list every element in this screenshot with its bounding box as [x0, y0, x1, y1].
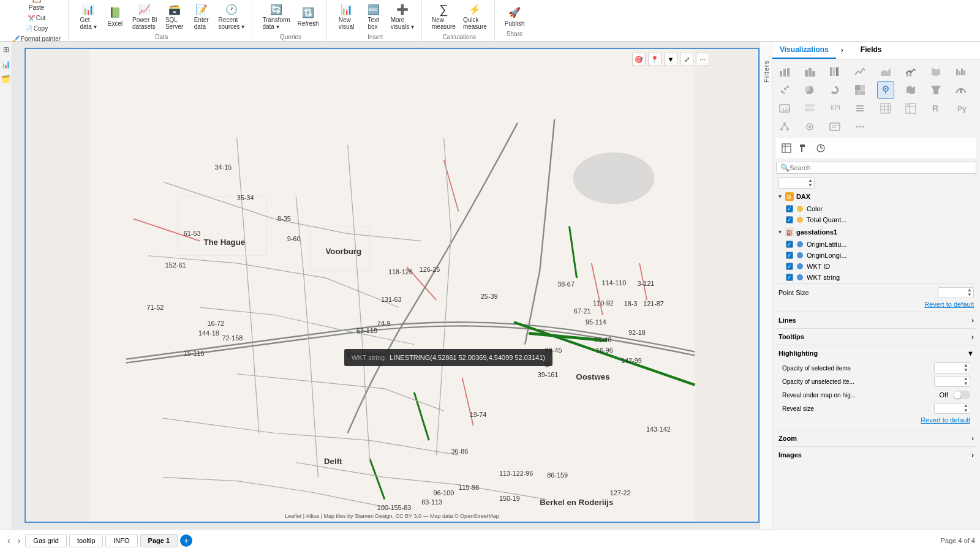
tooltips-header[interactable]: Tooltips › — [776, 331, 976, 342]
search-input[interactable] — [790, 164, 972, 171]
viz-card[interactable]: 123 — [776, 100, 793, 117]
publish-button[interactable]: 🚀 Publish — [502, 4, 527, 28]
highlighting-header[interactable]: Highlighting ▼ — [776, 348, 976, 359]
sidebar-data-icon[interactable]: 🗂️ — [1, 73, 12, 84]
viz-more[interactable] — [851, 118, 869, 135]
new-measure-button[interactable]: ∑ Newmeasure — [429, 1, 458, 31]
sidebar-pages-icon[interactable]: ⊞ — [1, 44, 12, 55]
viz-python[interactable]: Py — [952, 100, 970, 117]
page-tab-tooltip[interactable]: tooltip — [69, 534, 103, 547]
panel-expand-arrow[interactable]: › — [836, 42, 848, 59]
paste-button[interactable]: 📋 Paste — [24, 0, 49, 12]
map-focus-btn[interactable]: ⤢ — [680, 53, 693, 66]
panel-analytics-btn[interactable] — [813, 140, 829, 156]
viz-smart-narrative[interactable] — [826, 118, 843, 135]
filter-value-field[interactable]: 70 — [779, 179, 807, 187]
field-origin-lat-checkbox[interactable]: ✓ — [786, 241, 793, 248]
viz-kpi[interactable]: KPI — [826, 100, 843, 117]
reveal-size-field[interactable]: 200 — [935, 404, 962, 413]
map-visual[interactable]: 🎯 📍 ▼ ⤢ ··· — [24, 48, 760, 523]
viz-map[interactable] — [877, 81, 894, 99]
page-tab-page1[interactable]: Page 1 — [140, 534, 178, 547]
field-color[interactable]: ✓ Color — [776, 203, 976, 214]
viz-decomp[interactable] — [776, 118, 793, 135]
map-pin-btn[interactable]: 📍 — [648, 53, 662, 66]
quick-measure-button[interactable]: ⚡ Quickmeasure — [461, 1, 489, 31]
viz-r[interactable]: R — [927, 100, 944, 117]
panel-format-btn[interactable] — [796, 140, 812, 156]
revert-default-link-2[interactable]: Revert to default — [780, 415, 973, 425]
point-size-input[interactable]: 2 ▲ ▼ — [938, 287, 974, 298]
field-wkt-string[interactable]: ✓ WKT string — [776, 272, 976, 283]
viz-donut[interactable] — [826, 81, 843, 99]
viz-slicer[interactable] — [851, 100, 869, 117]
viz-waterfall[interactable] — [952, 63, 970, 80]
enter-data-button[interactable]: 📝 Enterdata — [189, 1, 214, 31]
copy-button[interactable]: 📄 Copy — [23, 24, 50, 33]
dax-section[interactable]: ▼ D DAX — [776, 190, 976, 203]
field-wkt-string-checkbox[interactable]: ✓ — [786, 274, 793, 281]
lines-header[interactable]: Lines › — [776, 315, 976, 326]
viz-scatter[interactable] — [776, 81, 793, 99]
more-visuals-button[interactable]: ➕ Morevisuals ▾ — [388, 1, 417, 31]
field-origin-long-checkbox[interactable]: ✓ — [786, 252, 793, 259]
opacity-selected-down[interactable]: ▼ — [962, 368, 970, 373]
filter-value-input[interactable]: 70 ▲ ▼ — [778, 178, 815, 189]
opacity-selected-spinner[interactable]: ▲ ▼ — [962, 363, 970, 373]
opacity-selected-input[interactable]: 100 ▲ ▼ — [934, 362, 970, 373]
images-header[interactable]: Images › — [776, 449, 976, 460]
zoom-header[interactable]: Zoom › — [776, 433, 976, 444]
opacity-unselected-field[interactable]: 20 — [935, 377, 962, 386]
viz-pie[interactable] — [801, 81, 818, 99]
page-tab-gas-grid[interactable]: Gas grid — [25, 534, 67, 547]
viz-ribbon[interactable] — [927, 63, 944, 80]
reveal-size-down[interactable]: ▼ — [962, 408, 970, 413]
map-more-btn[interactable]: ··· — [696, 53, 709, 66]
powerbi-button[interactable]: 📈 Power BIdatasets — [130, 1, 160, 31]
field-total-quant-checkbox[interactable]: ✓ — [786, 216, 793, 223]
filter-spinner[interactable]: ▲ ▼ — [807, 178, 814, 188]
opacity-unselected-spinner[interactable]: ▲ ▼ — [962, 377, 970, 386]
page-prev-btn[interactable]: ‹ — [5, 534, 13, 547]
field-origin-long[interactable]: ✓ OriginLongi... — [776, 250, 976, 261]
refresh-button[interactable]: 🔃 Refresh — [295, 4, 322, 28]
opacity-selected-field[interactable]: 100 — [935, 364, 962, 372]
text-box-button[interactable]: 🔤 Textbox — [361, 1, 386, 31]
reveal-size-input[interactable]: 200 ▲ ▼ — [934, 403, 970, 414]
get-data-button[interactable]: 📊 Getdata ▾ — [76, 1, 100, 31]
field-wkt-id[interactable]: ✓ WKT ID — [776, 261, 976, 272]
filter-down[interactable]: ▼ — [807, 183, 814, 188]
new-visual-button[interactable]: 📊 Newvisual — [334, 1, 359, 31]
field-origin-lat[interactable]: ✓ OriginLatitu... — [776, 239, 976, 250]
reveal-size-spinner[interactable]: ▲ ▼ — [962, 403, 970, 413]
page-tab-info[interactable]: INFO — [105, 534, 137, 547]
point-size-down[interactable]: ▼ — [966, 293, 973, 298]
filters-sidebar[interactable]: Filters — [760, 42, 772, 529]
viz-funnel[interactable] — [927, 81, 944, 99]
tab-visualizations[interactable]: Visualizations — [772, 42, 836, 59]
viz-line[interactable] — [851, 63, 869, 80]
panel-fields-btn[interactable] — [778, 140, 794, 156]
field-color-checkbox[interactable]: ✓ — [786, 205, 793, 212]
viz-combo[interactable] — [902, 63, 919, 80]
viz-table[interactable] — [877, 100, 894, 117]
viz-stacked-bar[interactable] — [776, 63, 793, 80]
viz-treemap[interactable] — [851, 81, 869, 99]
viz-filled-map[interactable] — [902, 81, 919, 99]
page-next-btn[interactable]: › — [15, 534, 23, 547]
tab-fields[interactable]: Fields — [853, 42, 889, 59]
excel-button[interactable]: 📗 Excel — [103, 4, 127, 28]
cut-button[interactable]: ✂️ Cut — [25, 13, 48, 23]
viz-gauge[interactable] — [952, 81, 970, 99]
reveal-map-toggle[interactable] — [953, 391, 970, 399]
sql-button[interactable]: 🗃️ SQLServer — [162, 1, 187, 31]
transform-button[interactable]: 🔄 Transformdata ▾ — [260, 1, 292, 31]
field-total-quant[interactable]: ✓ Total Quant... — [776, 214, 976, 225]
point-size-field[interactable]: 2 — [938, 288, 966, 297]
gasstations-section[interactable]: ▼ ⛽ gasstations1 — [776, 225, 976, 239]
point-size-spinner[interactable]: ▲ ▼ — [966, 288, 973, 298]
map-filter-btn[interactable]: ▼ — [664, 53, 677, 66]
opacity-unselected-input[interactable]: 20 ▲ ▼ — [934, 376, 970, 387]
sidebar-visuals-icon[interactable]: 📊 — [1, 59, 12, 70]
recent-sources-button[interactable]: 🕐 Recentsources ▾ — [216, 1, 247, 31]
